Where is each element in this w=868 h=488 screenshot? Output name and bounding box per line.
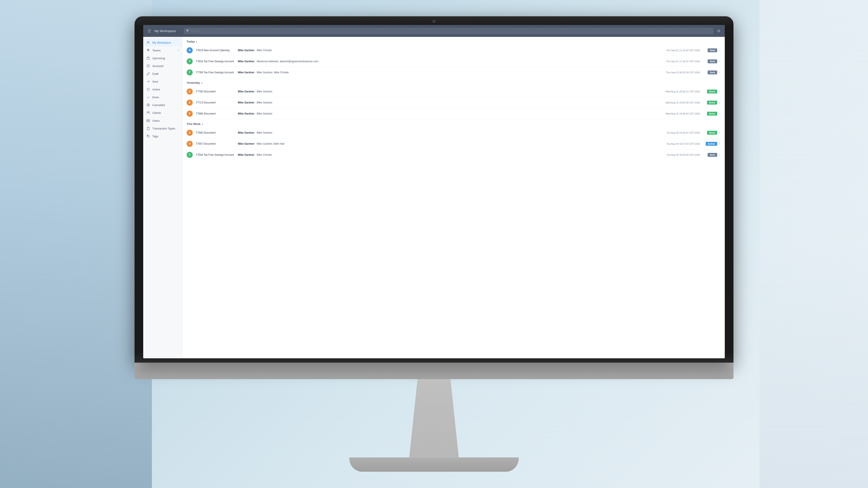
sidebar-item-tags[interactable]: Tags	[143, 132, 182, 140]
transaction-date: Thu Sep 01 11:26:37 CDT 2016	[657, 60, 700, 63]
transaction-date: Tue Aug 30 18:27:53 CDT 2016	[657, 142, 700, 145]
transaction-date: Thu Sep 01 11:31:02 CDT 2016	[657, 49, 700, 52]
sidebar-item-clients[interactable]: Clients	[143, 109, 182, 117]
section-label: Today	[187, 40, 195, 43]
transaction-status-cell: Done↗	[703, 101, 720, 104]
transaction-id-name: 77713 Document	[196, 101, 235, 104]
svg-point-0	[148, 41, 149, 42]
sidebar-item-label: Draft	[152, 72, 179, 75]
app-body: My WorkspaceTeams▾UpcomingSnoozedDraftSe…	[143, 37, 725, 358]
x-circle-icon	[146, 103, 150, 107]
transaction-parties: Mike Gardner · Mike Gardner	[238, 112, 654, 115]
section-header-today[interactable]: Today ▴	[182, 37, 725, 45]
table-row[interactable]: D77713 DocumentMike Gardner · Mike Gardn…	[182, 97, 725, 108]
status-badge[interactable]: Active	[706, 142, 717, 146]
table-row[interactable]: D77686 DocumentMike Gardner · Mike Gardn…	[182, 108, 725, 119]
sidebar-item-label: My Workspace	[152, 41, 179, 44]
transaction-status-cell: Sent↗	[703, 59, 720, 63]
external-link-icon[interactable]: ↗	[718, 142, 720, 145]
table-row[interactable]: D77560 DocumentMike Gardner · Mike Gardn…	[182, 127, 725, 138]
search-input[interactable]	[191, 29, 711, 33]
section-header-yesterday[interactable]: Yesterday ▴	[182, 78, 725, 86]
external-link-icon[interactable]: ↗	[718, 101, 720, 104]
transaction-status-cell: Sent↗	[703, 48, 720, 52]
transaction-status-cell: Done↗	[703, 90, 720, 94]
table-row[interactable]: T77789 Tax Free Savings AccountMike Gard…	[182, 67, 725, 78]
table-row[interactable]: N77819 New Account OpeningMike Gardner ·…	[182, 45, 725, 56]
sidebar-item-done[interactable]: Done	[143, 93, 182, 101]
avatar: D	[187, 141, 193, 147]
sidebar-item-label: Sent	[152, 80, 179, 83]
status-badge[interactable]: Sent	[708, 153, 717, 157]
section-label: Yesterday	[187, 81, 200, 85]
avatar: D	[187, 110, 193, 117]
sidebar-item-transaction-types[interactable]: Transaction Types	[143, 125, 182, 132]
imac-stand-base	[349, 457, 519, 472]
sidebar-item-snoozed[interactable]: Snoozed	[143, 62, 182, 70]
transaction-id-name: 77557 Document	[196, 142, 235, 145]
chevron-down-icon: ▾	[178, 49, 179, 52]
header-title: My Workspace	[155, 29, 181, 33]
status-badge[interactable]: Sent	[708, 70, 717, 74]
sidebar-item-sent[interactable]: Sent	[143, 78, 182, 86]
sidebar-item-draft[interactable]: Draft	[143, 70, 182, 78]
search-icon: 🔍	[186, 29, 190, 33]
sidebar-item-upcoming[interactable]: Upcoming	[143, 54, 182, 62]
external-link-icon[interactable]: ↗	[718, 71, 720, 74]
menu-icon[interactable]: ☰	[148, 29, 151, 33]
external-link-icon[interactable]: ↗	[718, 112, 720, 115]
imac-wrapper: ☰ My Workspace 🔍 ⚙ My WorkspaceTeams▾Upc…	[134, 16, 734, 472]
shield-icon	[146, 88, 150, 91]
table-row[interactable]: D77760 DocumentMike Gardner · Mike Gardn…	[182, 86, 725, 97]
sidebar-item-label: Upcoming	[152, 57, 179, 60]
app-header: ☰ My Workspace 🔍 ⚙	[143, 25, 725, 37]
sidebar-item-label: Snoozed	[152, 64, 179, 68]
transaction-parties: Mike Gardner · Mike Gardner	[238, 131, 654, 134]
status-badge[interactable]: Sent	[708, 59, 717, 63]
svg-point-8	[147, 135, 148, 136]
avatar: N	[187, 47, 193, 53]
transaction-parties: Mike Gardner · Mike Gardner	[238, 90, 654, 93]
sidebar-item-label: Active	[152, 88, 179, 91]
gear-icon	[146, 48, 150, 52]
transaction-status-cell: Sent↗	[703, 153, 720, 157]
svg-rect-1	[147, 58, 150, 59]
chevron-up-icon: ▴	[196, 40, 197, 43]
check-icon	[146, 95, 150, 99]
transaction-status-cell: Active↗	[703, 142, 720, 146]
search-bar[interactable]: 🔍	[184, 28, 713, 34]
external-link-icon[interactable]: ↗	[718, 154, 720, 156]
sidebar-item-users[interactable]: Users	[143, 117, 182, 125]
table-row[interactable]: T77540 Tax Free Savings AccountMike Gard…	[182, 150, 725, 161]
transaction-date: Wed Aug 31 20:35:21 CDT 2016	[657, 90, 700, 93]
table-row[interactable]: D77557 DocumentMike Gardner · Mike Gardn…	[182, 138, 725, 150]
section-header-this-week[interactable]: This Week ▴	[182, 119, 725, 127]
transaction-parties: Mike Gardner · Mike Christie	[238, 153, 654, 156]
sidebar-item-teams[interactable]: Teams▾	[143, 46, 182, 54]
transaction-parties: Mike Gardner · Marianna Adamian, akarani…	[238, 60, 654, 63]
section-this-week: This Week ▴D77560 DocumentMike Gardner ·…	[182, 119, 725, 161]
status-badge[interactable]: Done	[707, 112, 717, 116]
sidebar-item-cancelled[interactable]: Cancelled	[143, 101, 182, 109]
table-row[interactable]: T77816 Tax Free Savings AccountMike Gard…	[182, 56, 725, 67]
imac-stand-top	[393, 379, 475, 457]
sidebar-item-active[interactable]: Active	[143, 86, 182, 93]
status-badge[interactable]: Done	[707, 131, 717, 135]
bg-right	[760, 0, 868, 488]
sidebar-item-my-workspace[interactable]: My Workspace	[143, 39, 182, 46]
imac-chin: 	[134, 363, 734, 379]
external-link-icon[interactable]: ↗	[718, 60, 720, 63]
avatar: D	[187, 130, 193, 136]
status-badge[interactable]: Sent	[708, 48, 717, 52]
external-link-icon[interactable]: ↗	[718, 131, 720, 134]
chevron-up-icon: ▴	[202, 123, 203, 125]
transaction-status-cell: Done↗	[703, 112, 720, 116]
pencil-icon	[146, 72, 150, 76]
status-badge[interactable]: Done	[707, 90, 717, 94]
avatar: T	[187, 58, 193, 64]
status-badge[interactable]: Done	[707, 101, 717, 104]
settings-icon[interactable]: ⚙	[717, 29, 720, 33]
external-link-icon[interactable]: ↗	[718, 49, 720, 52]
external-link-icon[interactable]: ↗	[718, 90, 720, 93]
transaction-status-cell: Done↗	[703, 131, 720, 135]
